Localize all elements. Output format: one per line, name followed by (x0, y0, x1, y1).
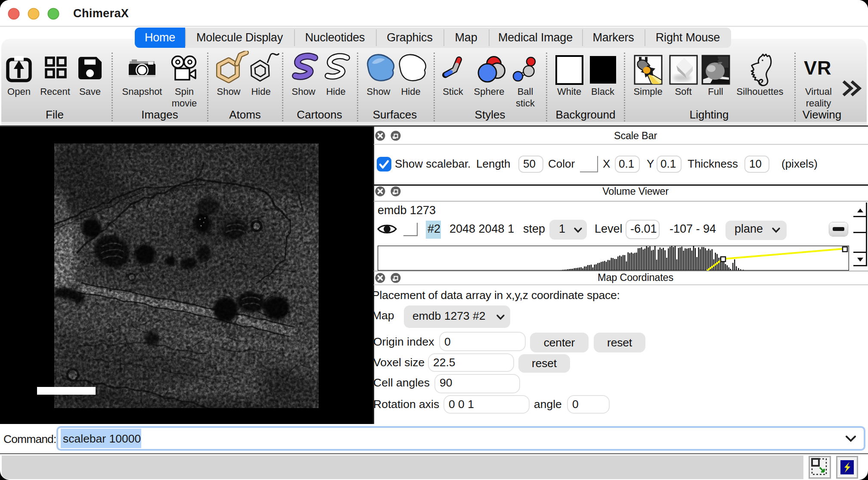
svg-text:VR: VR (804, 57, 832, 79)
